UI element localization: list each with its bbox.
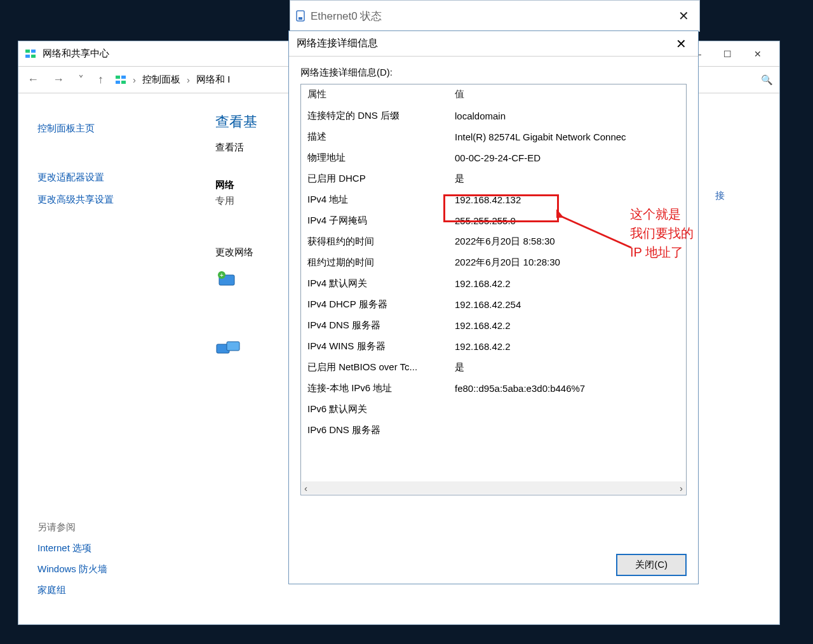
property-value: Intel(R) 82574L Gigabit Network Connec: [455, 131, 680, 142]
property-name: IPv4 DHCP 服务器: [307, 299, 455, 311]
horizontal-scrollbar[interactable]: ‹ ›: [302, 481, 685, 494]
svg-rect-5: [121, 76, 126, 79]
svg-rect-7: [121, 81, 126, 84]
property-name: IPv4 子网掩码: [307, 215, 455, 227]
column-headers: 属性 值: [301, 84, 686, 104]
col-value[interactable]: 值: [455, 88, 464, 100]
property-value: 是: [455, 361, 680, 373]
breadcrumb-sep: ›: [133, 74, 136, 85]
close-button[interactable]: ✕: [673, 8, 694, 23]
svg-rect-1: [31, 50, 36, 53]
svg-rect-4: [116, 76, 120, 79]
cp-title: 网络和共享中心: [43, 48, 109, 60]
nav-history-dropdown[interactable]: ˅: [76, 73, 86, 87]
property-row[interactable]: IPv4 地址192.168.42.132: [307, 189, 680, 210]
close-button[interactable]: ✕: [672, 36, 690, 51]
breadcrumb-sep: ›: [187, 74, 190, 85]
property-row[interactable]: IPv4 DNS 服务器192.168.42.2: [307, 315, 680, 336]
sidebar-link-home[interactable]: 控制面板主页: [37, 123, 215, 135]
property-name: 物理地址: [307, 152, 455, 164]
property-row[interactable]: IPv4 DHCP 服务器192.168.42.254: [307, 294, 680, 315]
breadcrumb-root[interactable]: 控制面板: [142, 74, 180, 86]
property-name: IPv4 地址: [307, 194, 455, 206]
dialog-titlebar: 网络连接详细信息 ✕: [289, 31, 698, 57]
property-value: 是: [455, 173, 680, 185]
network-type: 专用: [215, 195, 257, 207]
network-center-icon: [25, 48, 36, 60]
ethernet-icon: [295, 10, 306, 22]
svg-rect-6: [116, 81, 120, 84]
svg-rect-0: [25, 50, 30, 53]
svg-rect-14: [299, 17, 302, 20]
network-center-icon: [115, 74, 126, 86]
property-value: fe80::d95a:5aba:e3d0:b446%7: [455, 383, 680, 394]
breadcrumb-segment[interactable]: 网络和 I: [196, 74, 230, 86]
svg-text:+: +: [220, 272, 224, 279]
network-label: 网络: [215, 179, 257, 191]
change-settings-heading: 更改网络: [215, 246, 257, 258]
property-row[interactable]: 已启用 NetBIOS over Tc...是: [307, 357, 680, 378]
scroll-right-icon[interactable]: ›: [680, 483, 683, 493]
maximize-button[interactable]: ☐: [712, 44, 742, 64]
sidebar-link-advanced-sharing[interactable]: 更改高级共享设置: [37, 194, 215, 206]
see-also-heading: 另请参阅: [37, 521, 107, 533]
see-also-internet-options[interactable]: Internet 选项: [37, 542, 107, 554]
cp-sidebar: 控制面板主页 更改适配器设置 更改高级共享设置: [37, 112, 215, 358]
see-also-firewall[interactable]: Windows 防火墙: [37, 563, 107, 575]
network-details-dialog: 网络连接详细信息 ✕ 网络连接详细信息(D): 属性 值 连接特定的 DNS 后…: [288, 30, 699, 584]
property-name: 连接-本地 IPv6 地址: [307, 382, 455, 394]
property-value: 192.168.42.254: [455, 299, 680, 310]
scroll-left-icon[interactable]: ‹: [304, 483, 307, 493]
sidebar-link-adapter-settings[interactable]: 更改适配器设置: [37, 171, 215, 184]
see-also-section: 另请参阅 Internet 选项 Windows 防火墙 家庭组: [37, 521, 107, 605]
svg-rect-12: [227, 342, 239, 351]
property-value: 192.168.42.2: [455, 341, 680, 352]
property-name: 租约过期的时间: [307, 257, 455, 269]
cp-main: 查看基 查看活 网络 专用 更改网络 +: [215, 112, 257, 358]
property-row[interactable]: 描述Intel(R) 82574L Gigabit Network Connec: [307, 126, 680, 147]
annotation-line-1: 这个就是: [630, 205, 694, 224]
nav-back-button[interactable]: ←: [25, 73, 41, 86]
property-row[interactable]: 连接-本地 IPv6 地址fe80::d95a:5aba:e3d0:b446%7: [307, 378, 680, 399]
property-name: IPv6 DNS 服务器: [307, 424, 455, 436]
property-row[interactable]: 获得租约的时间2022年6月20日 8:58:30: [307, 231, 680, 252]
close-dialog-button[interactable]: 关闭(C): [616, 554, 687, 576]
main-heading: 查看基: [215, 112, 257, 131]
details-label: 网络连接详细信息(D):: [300, 67, 687, 79]
property-name: 已启用 NetBIOS over Tc...: [307, 361, 455, 373]
property-row[interactable]: IPv4 子网掩码255.255.255.0: [307, 210, 680, 231]
property-name: IPv6 默认网关: [307, 403, 455, 415]
property-name: IPv4 DNS 服务器: [307, 319, 455, 332]
property-value: 192.168.42.2: [455, 278, 680, 289]
svg-rect-3: [31, 55, 36, 58]
property-value: 192.168.42.132: [455, 194, 680, 205]
property-row[interactable]: IPv4 WINS 服务器192.168.42.2: [307, 336, 680, 357]
annotation-text: 这个就是 我们要找的 IP 地址了: [630, 205, 694, 262]
search-icon[interactable]: 🔍: [761, 74, 773, 86]
add-connection-icon[interactable]: +: [215, 270, 257, 289]
troubleshoot-icon[interactable]: [215, 339, 257, 358]
col-property[interactable]: 属性: [307, 88, 455, 100]
nav-forward-button[interactable]: →: [50, 73, 67, 86]
property-row[interactable]: 已启用 DHCP是: [307, 168, 680, 189]
svg-rect-2: [25, 55, 30, 58]
connection-label-fragment: 接: [715, 190, 725, 202]
see-also-homegroup[interactable]: 家庭组: [37, 584, 107, 596]
close-button[interactable]: ✕: [742, 44, 773, 64]
property-value: 192.168.42.2: [455, 320, 680, 331]
ethernet-status-title: Ethernet0 状态: [311, 9, 382, 23]
property-name: 连接特定的 DNS 后缀: [307, 110, 455, 122]
breadcrumb[interactable]: › 控制面板 › 网络和 I: [115, 74, 230, 86]
property-name: 描述: [307, 131, 455, 143]
property-row[interactable]: 连接特定的 DNS 后缀localdomain: [307, 105, 680, 126]
nav-up-button[interactable]: ↑: [95, 73, 106, 86]
property-listview[interactable]: 属性 值 连接特定的 DNS 后缀localdomain描述Intel(R) 8…: [300, 84, 687, 495]
property-row[interactable]: IPv6 DNS 服务器: [307, 420, 680, 441]
property-row[interactable]: 物理地址00-0C-29-24-CF-ED: [307, 147, 680, 168]
property-row[interactable]: IPv6 默认网关: [307, 399, 680, 420]
property-row[interactable]: IPv4 默认网关192.168.42.2: [307, 273, 680, 294]
property-row[interactable]: 租约过期的时间2022年6月20日 10:28:30: [307, 252, 680, 273]
dialog-title: 网络连接详细信息: [297, 37, 378, 50]
property-value: localdomain: [455, 111, 680, 121]
ethernet-status-window: Ethernet0 状态 ✕: [290, 0, 700, 32]
